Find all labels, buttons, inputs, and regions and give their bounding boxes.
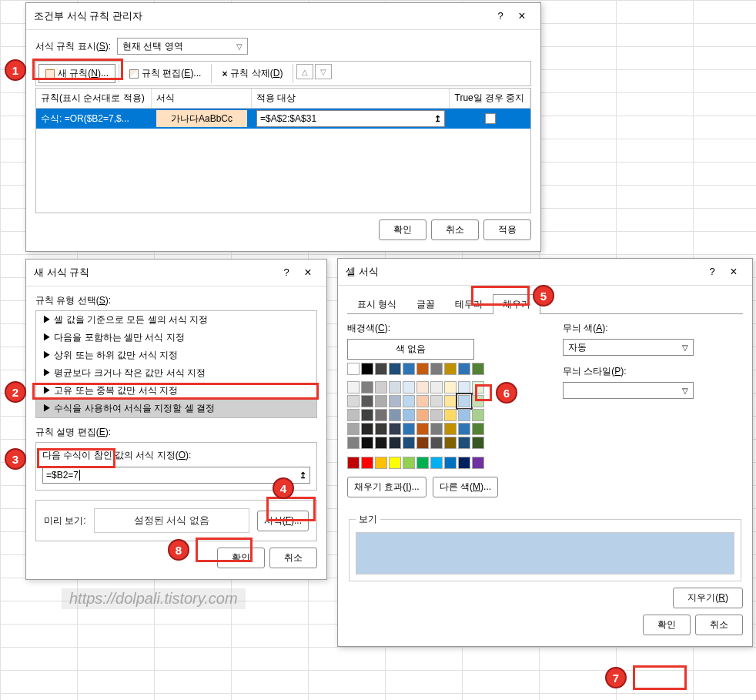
color-swatch[interactable] xyxy=(416,423,429,435)
help-icon[interactable]: ? xyxy=(701,263,723,280)
color-swatch[interactable] xyxy=(472,381,484,394)
color-swatch[interactable] xyxy=(389,395,401,407)
color-swatch[interactable] xyxy=(361,457,373,469)
applies-to-input[interactable]: =$A$2:$A$31 ↥ xyxy=(256,110,445,127)
color-swatch[interactable] xyxy=(416,363,429,375)
cancel-button[interactable]: 취소 xyxy=(431,219,479,240)
color-swatch[interactable] xyxy=(361,381,373,394)
cancel-button[interactable]: 취소 xyxy=(695,615,743,635)
color-swatch[interactable] xyxy=(389,437,401,449)
format-button[interactable]: 서식(F)... xyxy=(257,511,309,531)
color-swatch[interactable] xyxy=(375,423,387,435)
ok-button[interactable]: 확인 xyxy=(379,219,427,240)
color-swatch[interactable] xyxy=(403,363,415,375)
color-swatch[interactable] xyxy=(458,457,470,469)
color-swatch[interactable] xyxy=(430,363,443,375)
color-swatch[interactable] xyxy=(375,363,387,375)
color-swatch[interactable] xyxy=(389,457,401,469)
formula-input[interactable]: =$B2=7 ↥ xyxy=(42,467,310,484)
tab-border[interactable]: 테두리 xyxy=(445,294,493,314)
color-swatch[interactable] xyxy=(403,381,415,394)
color-swatch[interactable] xyxy=(472,395,484,407)
color-swatch[interactable] xyxy=(458,381,470,394)
color-swatch[interactable] xyxy=(444,457,457,469)
range-picker-icon[interactable]: ↥ xyxy=(434,114,441,124)
color-swatch[interactable] xyxy=(361,409,373,421)
color-swatch[interactable] xyxy=(430,409,443,421)
rule-row[interactable]: 수식: =OR($B2=7,$... 가나다AaBbCc =$A$2:$A$31… xyxy=(36,109,530,129)
rule-type-item[interactable]: ▶ 고유 또는 중복 값만 서식 지정 xyxy=(36,382,316,400)
color-swatch[interactable] xyxy=(347,381,360,394)
color-swatch[interactable] xyxy=(472,423,484,435)
color-swatch[interactable] xyxy=(389,409,401,421)
rule-type-item[interactable]: ▶ 셀 값을 기준으로 모든 셀의 서식 지정 xyxy=(36,311,316,329)
color-swatch[interactable] xyxy=(389,423,401,435)
color-swatch[interactable] xyxy=(472,363,484,375)
color-swatch[interactable] xyxy=(416,437,429,449)
tab-number[interactable]: 표시 형식 xyxy=(347,294,406,314)
help-icon[interactable]: ? xyxy=(276,264,297,281)
more-colors-button[interactable]: 다른 색(M)... xyxy=(433,477,498,497)
color-swatch[interactable] xyxy=(472,409,484,421)
rule-type-item[interactable]: ▶ 평균보다 크거나 작은 값만 서식 지정 xyxy=(36,364,316,382)
color-swatch[interactable] xyxy=(361,437,373,449)
color-swatch[interactable] xyxy=(375,409,387,421)
tab-font[interactable]: 글꼴 xyxy=(406,294,445,314)
color-swatch[interactable] xyxy=(347,363,360,375)
color-swatch[interactable] xyxy=(472,437,484,449)
color-swatch[interactable] xyxy=(361,395,373,407)
edit-rule-button[interactable]: 규칙 편집(E)... xyxy=(122,64,208,83)
color-swatch[interactable] xyxy=(389,381,401,394)
color-swatch[interactable] xyxy=(347,395,360,407)
color-swatch[interactable] xyxy=(430,457,443,469)
stop-if-true-checkbox[interactable] xyxy=(485,113,496,124)
color-swatch[interactable] xyxy=(403,409,415,421)
color-swatch[interactable] xyxy=(403,423,415,435)
color-swatch[interactable] xyxy=(458,437,470,449)
color-swatch[interactable] xyxy=(347,437,360,449)
color-swatch[interactable] xyxy=(416,395,429,407)
color-swatch[interactable] xyxy=(416,457,429,469)
color-swatch[interactable] xyxy=(347,423,360,435)
color-swatch[interactable] xyxy=(458,423,470,435)
color-swatch[interactable] xyxy=(403,395,415,407)
color-swatch[interactable] xyxy=(430,395,443,407)
range-picker-icon[interactable]: ↥ xyxy=(299,471,306,481)
no-color-button[interactable]: 색 없음 xyxy=(347,339,474,360)
ok-button[interactable]: 확인 xyxy=(643,615,691,635)
rule-type-item-formula[interactable]: ▶ 수식을 사용하여 서식을 지정할 셀 결정 xyxy=(36,400,316,417)
color-swatch[interactable] xyxy=(444,363,457,375)
move-up-button[interactable]: △ xyxy=(296,64,313,79)
apply-button[interactable]: 적용 xyxy=(483,219,531,240)
pattern-style-select[interactable]: ▽ xyxy=(563,382,694,399)
color-swatch[interactable] xyxy=(430,437,443,449)
rule-type-item[interactable]: ▶ 다음을 포함하는 셀만 서식 지정 xyxy=(36,329,316,347)
color-swatch[interactable] xyxy=(472,457,484,469)
color-swatch[interactable] xyxy=(347,457,360,469)
move-down-button[interactable]: ▽ xyxy=(315,64,332,79)
delete-rule-button[interactable]: × 규칙 삭제(D) xyxy=(215,64,289,83)
color-swatch[interactable] xyxy=(347,409,360,421)
scope-select[interactable]: 현재 선택 영역 ▽ xyxy=(117,38,248,55)
color-swatch[interactable] xyxy=(458,363,470,375)
color-swatch[interactable] xyxy=(403,437,415,449)
color-swatch[interactable] xyxy=(430,423,443,435)
clear-button[interactable]: 지우기(R) xyxy=(673,588,743,608)
color-swatch[interactable] xyxy=(430,381,443,394)
color-swatch[interactable] xyxy=(416,381,429,394)
color-swatch[interactable] xyxy=(444,381,457,394)
color-swatch[interactable] xyxy=(375,381,387,394)
cancel-button[interactable]: 취소 xyxy=(269,548,317,568)
color-swatch[interactable] xyxy=(458,409,470,421)
rule-type-item[interactable]: ▶ 상위 또는 하위 값만 서식 지정 xyxy=(36,347,316,364)
close-icon[interactable]: × xyxy=(723,263,744,280)
color-swatch[interactable] xyxy=(375,437,387,449)
close-icon[interactable]: × xyxy=(297,264,319,281)
color-swatch[interactable] xyxy=(444,409,457,421)
color-swatch[interactable] xyxy=(389,363,401,375)
close-icon[interactable]: × xyxy=(511,8,533,25)
fill-effects-button[interactable]: 채우기 효과(I)... xyxy=(347,477,427,497)
new-rule-button[interactable]: 새 규칙(N)... xyxy=(38,64,115,83)
color-swatch[interactable] xyxy=(444,395,457,407)
color-swatch[interactable] xyxy=(375,457,387,469)
